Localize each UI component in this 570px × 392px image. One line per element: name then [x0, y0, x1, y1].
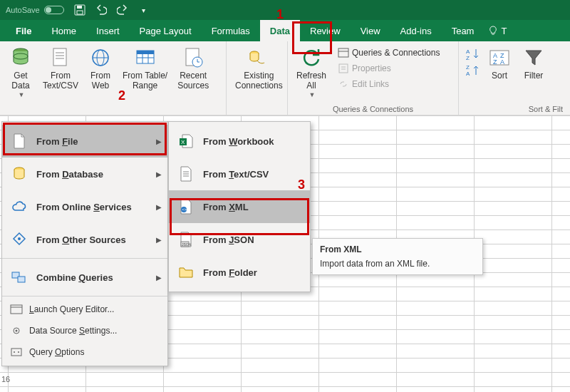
autosave-indicator: AutoSave — [6, 6, 64, 14]
options-icon — [9, 346, 24, 359]
menu-launch-query-editor[interactable]: Launch Query Editor... — [2, 299, 167, 320]
tab-team[interactable]: Team — [442, 20, 484, 41]
file-blank-icon — [9, 132, 29, 150]
menu-from-folder-label: From Folder — [203, 267, 257, 278]
svg-rect-14 — [137, 51, 154, 54]
menu-from-online-services[interactable]: From Online Services ▶ — [2, 190, 167, 223]
svg-text:Z: Z — [466, 55, 470, 61]
edit-links-label: Edit Links — [352, 79, 389, 89]
menu-from-database[interactable]: From Database ▶ — [2, 158, 167, 190]
chevron-right-icon: ▶ — [156, 203, 162, 211]
connection-icon — [247, 46, 271, 70]
menu-data-source-settings[interactable]: Data Source Settings... — [2, 320, 167, 341]
menu-from-database-label: From Database — [36, 169, 103, 180]
svg-text:Z: Z — [493, 58, 497, 66]
menu-from-online-services-label: From Online Services — [36, 202, 132, 212]
menu-from-other-sources[interactable]: From Other Sources ▶ — [2, 223, 167, 256]
chevron-right-icon: ▶ — [156, 138, 162, 145]
svg-text:JSON: JSON — [182, 242, 192, 247]
from-table-range-button[interactable]: From Table/ Range — [118, 43, 172, 93]
sort-button[interactable]: AZZA Sort — [483, 43, 516, 83]
menu-launch-query-editor-label: Launch Query Editor... — [29, 304, 114, 314]
properties-icon — [338, 63, 349, 74]
tooltip-from-xml: From XML Import data from an XML file. — [312, 238, 483, 275]
refresh-all-label: Refresh All — [296, 71, 326, 91]
menu-from-text-csv[interactable]: From Text/CSV — [169, 158, 310, 190]
existing-connections-label: Existing Connections — [235, 71, 283, 91]
sort-desc-icon[interactable]: ZA — [465, 63, 480, 77]
get-data-label: Get Data — [11, 71, 29, 91]
sort-asc-icon[interactable]: AZ — [465, 47, 480, 61]
refresh-icon — [299, 46, 323, 70]
editor-icon — [9, 303, 24, 316]
json-file-icon: JSON — [176, 230, 196, 249]
svg-point-42 — [16, 330, 18, 332]
tab-addins[interactable]: Add-ins — [390, 20, 442, 41]
from-web-button[interactable]: From Web — [84, 43, 117, 93]
tooltip-title: From XML — [320, 244, 475, 254]
queries-connections-button[interactable]: Queries & Connections — [335, 46, 442, 60]
edit-links-icon — [338, 78, 349, 90]
filter-button[interactable]: Filter — [517, 43, 550, 83]
database-small-icon — [9, 165, 29, 183]
folder-icon — [176, 263, 196, 282]
tab-review[interactable]: Review — [300, 20, 351, 41]
undo-icon[interactable] — [95, 4, 107, 16]
chevron-right-icon: ▶ — [156, 170, 162, 178]
menu-separator — [2, 296, 167, 296]
svg-rect-1 — [77, 6, 82, 9]
qat-customize-icon[interactable]: ▾ — [138, 4, 150, 16]
chevron-right-icon: ▶ — [156, 236, 162, 244]
tab-tell-me[interactable]: T — [484, 20, 511, 41]
existing-connections-button[interactable]: Existing Connections — [231, 43, 287, 93]
autosave-toggle[interactable] — [44, 6, 64, 14]
properties-button: Properties — [335, 61, 442, 76]
menu-from-xml[interactable]: <> From XML — [169, 190, 310, 223]
tab-page-layout[interactable]: Page Layout — [130, 20, 202, 41]
cloud-icon — [9, 197, 29, 216]
gear-small-icon — [9, 324, 24, 337]
excel-workbook-icon: X — [176, 132, 196, 150]
svg-rect-39 — [11, 305, 22, 314]
lightbulb-icon — [488, 26, 498, 36]
table-icon — [133, 46, 157, 70]
tab-home[interactable]: Home — [41, 20, 86, 41]
refresh-all-button[interactable]: Refresh All ▼ — [292, 43, 331, 100]
menu-query-options[interactable]: Query Options — [2, 341, 167, 363]
sort-dialog-icon: AZZA — [487, 46, 512, 70]
from-web-label: From Web — [90, 71, 110, 91]
tab-view[interactable]: View — [351, 20, 390, 41]
menu-from-file-label: From File — [36, 136, 78, 147]
svg-rect-2 — [77, 11, 83, 14]
tab-formulas[interactable]: Formulas — [202, 20, 260, 41]
menu-from-workbook[interactable]: X From Workbook — [169, 125, 310, 158]
svg-text:A: A — [466, 71, 470, 77]
svg-rect-43 — [11, 349, 21, 356]
menu-from-folder[interactable]: From Folder — [169, 256, 310, 289]
menu-combine-queries[interactable]: Combine Queries ▶ — [2, 261, 167, 294]
svg-text:Z: Z — [466, 64, 470, 71]
chevron-down-icon: ▼ — [308, 91, 316, 98]
queries-icon — [338, 47, 349, 58]
get-data-button[interactable]: Get Data ▼ — [4, 43, 37, 100]
svg-text:<>: <> — [182, 207, 187, 212]
get-data-menu: From File ▶ From Database ▶ From Online … — [1, 121, 168, 366]
tab-data[interactable]: Data — [260, 20, 300, 41]
tab-file[interactable]: File — [6, 20, 41, 41]
svg-rect-6 — [53, 48, 66, 66]
save-icon[interactable] — [74, 4, 86, 16]
group-queries-connections: Refresh All ▼ Queries & Connections Prop… — [288, 41, 459, 115]
svg-point-45 — [18, 351, 19, 353]
from-text-csv-button[interactable]: From Text/CSV — [38, 43, 83, 93]
combine-icon — [9, 268, 29, 287]
menu-from-text-csv-label: From Text/CSV — [203, 169, 269, 180]
group-existing-connections: Existing Connections — [227, 41, 288, 115]
properties-label: Properties — [352, 63, 391, 73]
redo-icon[interactable] — [117, 4, 128, 16]
recent-sources-button[interactable]: Recent Sources — [173, 43, 213, 93]
menu-from-other-sources-label: From Other Sources — [36, 234, 126, 245]
menu-from-json[interactable]: JSON From JSON — [169, 223, 310, 256]
tab-insert[interactable]: Insert — [86, 20, 130, 41]
diamond-icon — [9, 230, 29, 249]
menu-from-file[interactable]: From File ▶ — [2, 125, 167, 158]
